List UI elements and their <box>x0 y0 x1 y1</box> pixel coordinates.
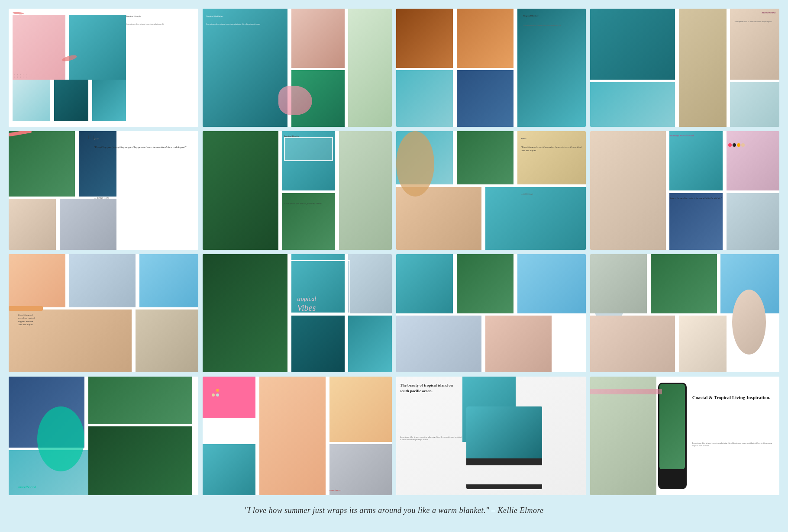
photo-grey-14 <box>329 444 392 495</box>
card-12 <box>590 254 780 372</box>
decorative-dots: : : : : :: : : : : <box>14 74 27 78</box>
brush-orange-9 <box>9 306 43 311</box>
card-13: moodboard <box>9 377 198 495</box>
photo-sea-7 <box>485 187 586 250</box>
photo-leaves-4 <box>590 9 675 80</box>
card-9: Everything good,everything magicalhappen… <box>9 254 198 372</box>
photo-wood-3 <box>396 9 453 68</box>
card14-title: moodboard <box>329 489 341 492</box>
photo-portrait-4 <box>679 9 726 127</box>
card7-author: — JENNY HAN <box>521 193 533 195</box>
card1-desc: Lorem ipsum dolor sit amet consectetur a… <box>126 23 194 26</box>
photo-sea-3 <box>396 70 453 127</box>
card-4: moodboard Lorem ipsum dolor sit amet con… <box>590 9 780 127</box>
circle-overlay-7 <box>396 131 434 196</box>
photo-portrait-1 <box>13 15 66 80</box>
dot-1 <box>212 389 215 392</box>
card2-desc: Lorem ipsum dolor sit amet consectetur a… <box>206 23 286 26</box>
photo-sand-3 <box>457 9 513 68</box>
laptop-base-15 <box>466 484 542 489</box>
photo-beach-12 <box>679 316 726 372</box>
laptop-keyboard-15 <box>466 458 542 465</box>
card16-subtitle: Lorem ipsum dolor sit amet consectetur a… <box>692 442 776 448</box>
card7-label: quote <box>521 137 578 139</box>
card10-subtitle: Vibes <box>297 303 316 313</box>
photo-pink-14 <box>203 377 256 418</box>
dots-row-2 <box>212 393 219 397</box>
photo-grey-8 <box>727 193 780 250</box>
photo-teal-10 <box>291 316 345 372</box>
card-16: Coastal & Tropical Living Inspiration. L… <box>590 377 780 495</box>
photo-sea-10 <box>348 316 392 372</box>
laptop-screen-15 <box>466 406 542 466</box>
color-dot-gold <box>737 143 740 147</box>
card8-title: monday moodboard <box>669 134 694 137</box>
card4-desc: Lorem ipsum dolor sit amet consectetur a… <box>734 20 775 23</box>
card6-subtitle: "Live in the sun, swim in the sea, drink… <box>284 203 322 205</box>
photo-person-7 <box>396 187 481 250</box>
color-dot-red <box>728 143 732 147</box>
photo-teal-14 <box>203 444 256 495</box>
card9-text: Everything good,everything magicalhappen… <box>18 313 123 326</box>
photo-palm-7 <box>457 131 513 184</box>
photo-grey-12 <box>590 254 647 313</box>
photo-beach-11 <box>485 316 552 372</box>
card3-desc: Lorem ipsum dolor sit amet consectetur a… <box>523 24 580 27</box>
photo-dark-1 <box>54 80 88 121</box>
photo-teal-1 <box>92 80 126 121</box>
card-5: quote "Everything good, everything magic… <box>9 131 198 249</box>
phone-16 <box>658 383 687 489</box>
photo-palm-6 <box>203 131 278 249</box>
photo-portrait-14 <box>259 377 326 495</box>
photo-palm-13 <box>88 377 193 424</box>
brush-pink-16 <box>590 389 662 395</box>
photo-teal-11 <box>396 254 453 313</box>
card2-title: Tropical Highlights <box>206 15 286 18</box>
photo-ocean-2 <box>203 9 288 127</box>
photo-plant-2 <box>348 9 392 127</box>
card5-label: quote <box>94 137 198 141</box>
card4-title: moodboard <box>762 11 775 14</box>
card-3: Tropical lifestyle Lorem ipsum dolor sit… <box>396 9 586 127</box>
photo-palm-12 <box>651 254 717 313</box>
card-15: The beauty of tropical island on south p… <box>396 377 586 495</box>
photo-palm2-6 <box>282 193 335 250</box>
photo-dark-10 <box>203 254 288 372</box>
photo-sky-11 <box>517 254 586 313</box>
card15-body: Lorem ipsum dolor sit amet consectetur a… <box>400 436 462 442</box>
dots-col-14 <box>212 389 219 397</box>
photo-person-4 <box>730 9 779 80</box>
card5-author: — JENNY HAN <box>94 197 109 200</box>
card-14: moodboard <box>203 377 392 495</box>
dots-row-1 <box>212 389 219 392</box>
card3-title: Tropical lifestyle <box>523 15 580 17</box>
photo-portrait-8 <box>590 131 666 249</box>
photo-portrait-2 <box>291 9 345 68</box>
photo-portrait-11 <box>396 316 481 372</box>
color-swatches-8 <box>728 143 745 147</box>
photo-ocean-1 <box>69 15 126 80</box>
photo-palm-16 <box>590 377 656 495</box>
photo-dark-8 <box>669 193 723 250</box>
photo-jungle-13 <box>88 426 193 495</box>
card-6: "Live in the sun, swim in the sea, drink… <box>203 131 392 249</box>
laptop-screen-content-15 <box>466 406 542 458</box>
card16-title: Coastal & Tropical Living Inspiration. <box>692 394 776 400</box>
card10-title: tropicalVibes <box>297 296 316 313</box>
card-11 <box>396 254 586 372</box>
dot-3 <box>212 393 215 397</box>
photo-dark-3 <box>457 70 513 127</box>
photo-palm-11 <box>457 254 513 313</box>
card-2: Tropical Highlights Lorem ipsum dolor si… <box>203 9 392 127</box>
photo-grey-5 <box>60 199 116 250</box>
photo-teal-4 <box>590 82 675 127</box>
card-1: Tropical lifestyle Lorem ipsum dolor sit… <box>9 9 198 127</box>
card-8: monday moodboard "Live in the sunshine, … <box>590 131 780 249</box>
photo-water-1 <box>13 80 51 121</box>
card-10: tropicalVibes <box>203 254 392 372</box>
card13-text: moodboard <box>18 485 36 489</box>
photo-grey-10 <box>348 254 392 313</box>
card6-title: Tropical lifestyle <box>284 135 300 137</box>
photo-portrait-9 <box>9 254 65 307</box>
teal-circle-13 <box>37 406 84 471</box>
